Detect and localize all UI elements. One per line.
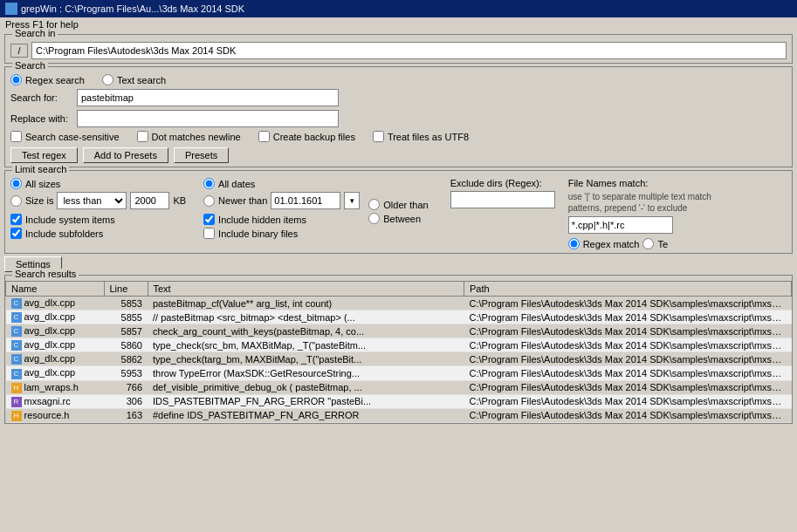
search-for-row: Search for: — [10, 89, 787, 106]
result-path: C:\Program Files\Autodesk\3ds Max 2014 S… — [464, 324, 792, 338]
filenames-input[interactable] — [568, 216, 673, 234]
help-text: Press F1 for help — [0, 17, 797, 31]
table-row[interactable]: Cavg_dlx.cpp5857check_arg_count_with_key… — [6, 324, 792, 338]
size-is-radio[interactable] — [10, 195, 22, 207]
include-subfolders-check[interactable] — [10, 228, 22, 239]
include-hidden-check[interactable] — [203, 214, 215, 225]
all-dates-label: All dates — [218, 179, 255, 189]
result-line: 5953 — [104, 366, 148, 380]
title-text: grepWin : C:\Program Files\Au...\3ds Max… — [21, 3, 244, 14]
result-text: check_arg_count_with_keys(pasteBitmap, 4… — [148, 324, 464, 338]
size-is-label: Size is — [25, 195, 53, 206]
exclude-dirs-input[interactable] — [450, 191, 555, 208]
date-input[interactable] — [271, 192, 340, 209]
regex-match-radio[interactable] — [568, 238, 580, 249]
between-label: Between — [383, 214, 421, 224]
create-backup-check[interactable] — [258, 131, 270, 142]
dot-matches-check[interactable] — [137, 131, 148, 142]
date-dropdown-btn[interactable]: ▼ — [344, 192, 360, 209]
result-name: Cavg_dlx.cpp — [6, 310, 105, 324]
table-row[interactable]: Hlam_wraps.h766def_visible_primitive_deb… — [6, 380, 792, 394]
result-name: Rmxsagni.rc — [6, 394, 105, 408]
result-line: 306 — [104, 394, 148, 408]
text-match-radio[interactable] — [642, 238, 654, 249]
table-row[interactable]: Hresource.h163#define IDS_PASTEBITMAP_FN… — [6, 408, 792, 422]
table-row[interactable]: Rmxsagni.rc306IDS_PASTEBITMAP_FN_ARG_ERR… — [6, 394, 792, 408]
include-system-check[interactable] — [10, 214, 22, 225]
table-row[interactable]: Cavg_dlx.cpp5953throw TypeError (MaxSDK:… — [6, 366, 792, 380]
result-name: Cavg_dlx.cpp — [6, 352, 105, 366]
older-than-radio[interactable] — [368, 199, 380, 210]
create-backup-item: Create backup files — [258, 131, 355, 142]
result-line: 163 — [104, 408, 148, 422]
app-icon — [5, 3, 17, 15]
result-name: Cavg_dlx.cpp — [6, 366, 105, 380]
between-radio[interactable] — [368, 213, 380, 224]
result-text: IDS_PASTEBITMAP_FN_ARG_ERROR "pasteBi... — [148, 394, 464, 408]
newer-than-radio[interactable] — [203, 195, 215, 207]
regex-radio-group: Regex search — [10, 74, 85, 85]
search-for-label: Search for: — [10, 92, 72, 103]
result-path: C:\Program Files\Autodesk\3ds Max 2014 S… — [464, 338, 792, 352]
result-path: C:\Program Files\Autodesk\3ds Max 2014 S… — [464, 352, 792, 366]
limit-search-label: Limit search — [12, 164, 69, 174]
result-line: 5860 — [104, 338, 148, 352]
case-sensitive-check[interactable] — [10, 131, 22, 142]
result-text: def_visible_primitive_debug_ok ( pasteBi… — [148, 380, 464, 394]
table-row[interactable]: Cavg_dlx.cpp5862type_check(targ_bm, MAXB… — [6, 352, 792, 366]
include-system-label: Include system items — [25, 215, 115, 225]
result-line: 5853 — [104, 297, 148, 310]
table-row[interactable]: Cavg_dlx.cpp5860type_check(src_bm, MAXBi… — [6, 338, 792, 352]
result-name: Hresource.h — [6, 408, 105, 422]
results-wrapper[interactable]: Name Line Text Path Cavg_dlx.cpp5853past… — [5, 281, 792, 423]
table-row[interactable]: Cavg_dlx.cpp5855// pasteBitmap <src_bitm… — [6, 310, 792, 324]
browse-button[interactable]: / — [10, 44, 28, 58]
results-table: Name Line Text Path Cavg_dlx.cpp5853past… — [5, 281, 792, 423]
treat-utf8-label: Treat files as UTF8 — [388, 132, 469, 142]
result-name: Cavg_dlx.cpp — [6, 297, 105, 310]
replace-with-input[interactable] — [77, 110, 339, 127]
result-path: C:\Program Files\Autodesk\3ds Max 2014 S… — [464, 366, 792, 380]
text-label: Text search — [117, 75, 166, 85]
result-text: type_check(src_bm, MAXBitMap, _T("pasteB… — [148, 338, 464, 352]
text-match-label: Te — [657, 239, 668, 249]
all-sizes-radio[interactable] — [10, 178, 22, 189]
all-dates-radio[interactable] — [203, 178, 215, 189]
title-bar: grepWin : C:\Program Files\Au...\3ds Max… — [0, 0, 797, 17]
settings-row: Settings — [4, 256, 793, 272]
size-value-input[interactable] — [130, 192, 169, 209]
include-binary-label: Include binary files — [218, 228, 298, 239]
search-in-section: Search in / — [4, 34, 793, 64]
limit-search-section: Limit search All sizes Size is less than… — [4, 170, 793, 254]
create-backup-label: Create backup files — [273, 132, 355, 142]
replace-with-label: Replace with: — [10, 113, 72, 124]
action-buttons-row: Test regex Add to Presets Presets — [10, 147, 787, 163]
include-binary-check[interactable] — [203, 228, 215, 239]
presets-button[interactable]: Presets — [174, 147, 229, 163]
treat-utf8-check[interactable] — [373, 131, 384, 142]
add-to-presets-button[interactable]: Add to Presets — [83, 147, 168, 163]
result-name: Cavg_dlx.cpp — [6, 324, 105, 338]
regex-radio[interactable] — [10, 74, 22, 85]
search-section: Search Regex search Text search Search f… — [4, 66, 793, 167]
size-condition-select[interactable]: less than greater than equal to — [57, 192, 127, 209]
result-line: 766 — [104, 380, 148, 394]
regex-label: Regex search — [25, 75, 85, 85]
dot-matches-label: Dot matches newline — [152, 132, 241, 142]
result-text: type_check(targ_bm, MAXBitMap, _T("paste… — [148, 352, 464, 366]
size-unit-label: KB — [173, 195, 186, 206]
search-path-input[interactable] — [31, 42, 787, 59]
filenames-note: use '|' to separate multiple text match … — [568, 191, 725, 214]
test-regex-button[interactable]: Test regex — [10, 147, 78, 163]
table-row[interactable]: Cavg_dlx.cpp5853pasteBitmap_cf(Value** a… — [6, 297, 792, 310]
result-path: C:\Program Files\Autodesk\3ds Max 2014 S… — [464, 297, 792, 310]
result-name: Cavg_dlx.cpp — [6, 338, 105, 352]
treat-utf8-item: Treat files as UTF8 — [373, 131, 469, 142]
search-for-input[interactable] — [77, 89, 339, 106]
case-sensitive-label: Search case-sensitive — [25, 132, 120, 142]
result-text: // pasteBitmap <src_bitmap> <dest_bitmap… — [148, 310, 464, 324]
text-radio[interactable] — [102, 74, 113, 85]
results-section: Search results Name Line Text Path Cavg_… — [4, 275, 793, 424]
col-header-path: Path — [464, 282, 792, 297]
result-text: #define IDS_PASTEBITMAP_FN_ARG_ERROR — [148, 408, 464, 422]
